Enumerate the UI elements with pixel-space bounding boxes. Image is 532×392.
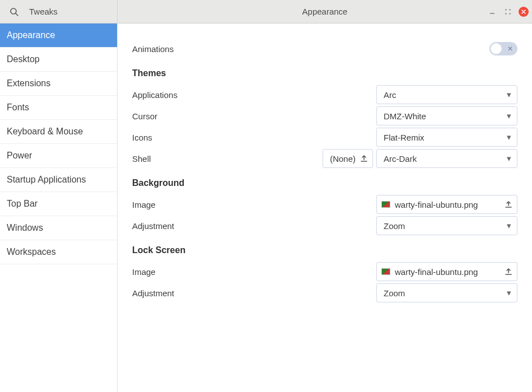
image-thumbnail-icon bbox=[381, 268, 390, 275]
sidebar-item-label: Appearance bbox=[7, 30, 55, 40]
switch-knob bbox=[491, 43, 502, 54]
row-cursor: Cursor DMZ-White ▾ bbox=[132, 105, 517, 127]
lockscreen-adjustment-combo[interactable]: Zoom ▾ bbox=[376, 283, 517, 302]
shell-upload-button[interactable]: (None) bbox=[323, 149, 373, 168]
animations-switch[interactable]: ✕ bbox=[489, 42, 517, 55]
svg-line-1 bbox=[16, 13, 18, 16]
background-image-button[interactable]: warty-final-ubuntu.png bbox=[376, 195, 517, 214]
cursor-combo[interactable]: DMZ-White ▾ bbox=[376, 106, 517, 125]
applications-label: Applications bbox=[132, 90, 376, 100]
combo-value: Arc bbox=[384, 90, 396, 100]
combo-value: Arc-Dark bbox=[384, 154, 417, 164]
sidebar-item-fonts[interactable]: Fonts bbox=[0, 96, 117, 120]
headerbar-center: Appearance bbox=[118, 0, 532, 23]
row-lockscreen-adjustment: Adjustment Zoom ▾ bbox=[132, 282, 517, 304]
sidebar-item-windows[interactable]: Windows bbox=[0, 216, 117, 240]
lockscreen-adjustment-label: Adjustment bbox=[132, 288, 376, 298]
chevron-down-icon: ▾ bbox=[507, 153, 511, 164]
row-background-image: Image warty-final-ubuntu.png bbox=[132, 194, 517, 215]
search-button[interactable] bbox=[4, 4, 24, 20]
file-name: warty-final-ubuntu.png bbox=[395, 200, 500, 209]
headerbar-left: Tweaks bbox=[0, 0, 118, 23]
sidebar-item-workspaces[interactable]: Workspaces bbox=[0, 240, 117, 264]
image-thumbnail-icon bbox=[381, 201, 390, 208]
search-icon bbox=[10, 7, 18, 16]
sidebar-item-label: Power bbox=[7, 151, 32, 160]
window-controls bbox=[487, 7, 529, 17]
chevron-down-icon: ▾ bbox=[507, 221, 511, 231]
applications-combo[interactable]: Arc ▾ bbox=[376, 85, 517, 104]
sidebar-item-desktop[interactable]: Desktop bbox=[0, 48, 117, 72]
maximize-button[interactable] bbox=[503, 7, 513, 17]
sidebar-item-extensions[interactable]: Extensions bbox=[0, 72, 117, 96]
upload-icon bbox=[505, 268, 512, 276]
shell-upload-value: (None) bbox=[330, 154, 356, 164]
chevron-down-icon: ▾ bbox=[507, 288, 511, 298]
content: Appearance Desktop Extensions Fonts Keyb… bbox=[0, 24, 532, 392]
combo-value: DMZ-White bbox=[384, 111, 426, 121]
minimize-button[interactable] bbox=[487, 7, 497, 17]
row-shell: Shell (None) Arc-Dark ▾ bbox=[132, 148, 517, 169]
combo-value: Zoom bbox=[384, 288, 405, 298]
sidebar-item-label: Keyboard & Mouse bbox=[7, 127, 83, 136]
headerbar: Tweaks Appearance bbox=[0, 0, 532, 24]
sidebar-item-label: Fonts bbox=[7, 102, 29, 112]
cursor-label: Cursor bbox=[132, 111, 376, 121]
maximize-icon bbox=[505, 9, 511, 15]
animations-label: Animations bbox=[132, 44, 489, 54]
section-lockscreen-title: Lock Screen bbox=[132, 240, 517, 261]
background-adjustment-combo[interactable]: Zoom ▾ bbox=[376, 216, 517, 235]
app-title: Tweaks bbox=[29, 7, 58, 16]
sidebar-item-label: Extensions bbox=[7, 78, 50, 88]
switch-off-icon: ✕ bbox=[507, 45, 513, 53]
sidebar-item-label: Startup Applications bbox=[7, 175, 86, 184]
lockscreen-image-label: Image bbox=[132, 267, 376, 277]
sidebar-item-label: Top Bar bbox=[7, 199, 38, 208]
row-icons: Icons Flat-Remix ▾ bbox=[132, 127, 517, 148]
sidebar-item-startup-applications[interactable]: Startup Applications bbox=[0, 168, 117, 192]
chevron-down-icon: ▾ bbox=[507, 90, 511, 100]
lockscreen-image-button[interactable]: warty-final-ubuntu.png bbox=[376, 262, 517, 281]
upload-icon bbox=[505, 200, 512, 208]
page-title: Appearance bbox=[302, 7, 348, 16]
file-name: warty-final-ubuntu.png bbox=[395, 267, 500, 277]
sidebar-item-label: Windows bbox=[7, 223, 43, 232]
background-image-label: Image bbox=[132, 200, 376, 209]
row-animations: Animations ✕ bbox=[132, 38, 517, 59]
section-background-title: Background bbox=[132, 172, 517, 194]
shell-combo[interactable]: Arc-Dark ▾ bbox=[376, 149, 517, 168]
combo-value: Flat-Remix bbox=[384, 133, 424, 142]
sidebar-item-appearance[interactable]: Appearance bbox=[0, 24, 117, 48]
chevron-down-icon: ▾ bbox=[507, 132, 511, 142]
icons-combo[interactable]: Flat-Remix ▾ bbox=[376, 128, 517, 147]
close-button[interactable] bbox=[519, 7, 529, 17]
sidebar: Appearance Desktop Extensions Fonts Keyb… bbox=[0, 24, 118, 392]
close-icon bbox=[521, 9, 526, 15]
combo-value: Zoom bbox=[384, 221, 405, 231]
row-lockscreen-image: Image warty-final-ubuntu.png bbox=[132, 261, 517, 282]
main-panel: Animations ✕ Themes Applications Arc ▾ C… bbox=[118, 24, 532, 392]
upload-icon bbox=[360, 155, 368, 162]
row-applications: Applications Arc ▾ bbox=[132, 84, 517, 105]
sidebar-item-label: Desktop bbox=[7, 54, 40, 64]
sidebar-item-label: Workspaces bbox=[7, 247, 56, 256]
sidebar-item-keyboard-mouse[interactable]: Keyboard & Mouse bbox=[0, 120, 117, 144]
sidebar-item-power[interactable]: Power bbox=[0, 144, 117, 168]
minimize-icon bbox=[489, 9, 495, 15]
row-background-adjustment: Adjustment Zoom ▾ bbox=[132, 215, 517, 236]
background-adjustment-label: Adjustment bbox=[132, 221, 376, 231]
shell-label: Shell bbox=[132, 154, 323, 164]
section-themes-title: Themes bbox=[132, 63, 517, 84]
chevron-down-icon: ▾ bbox=[507, 111, 511, 121]
icons-label: Icons bbox=[132, 133, 376, 142]
sidebar-item-top-bar[interactable]: Top Bar bbox=[0, 192, 117, 216]
